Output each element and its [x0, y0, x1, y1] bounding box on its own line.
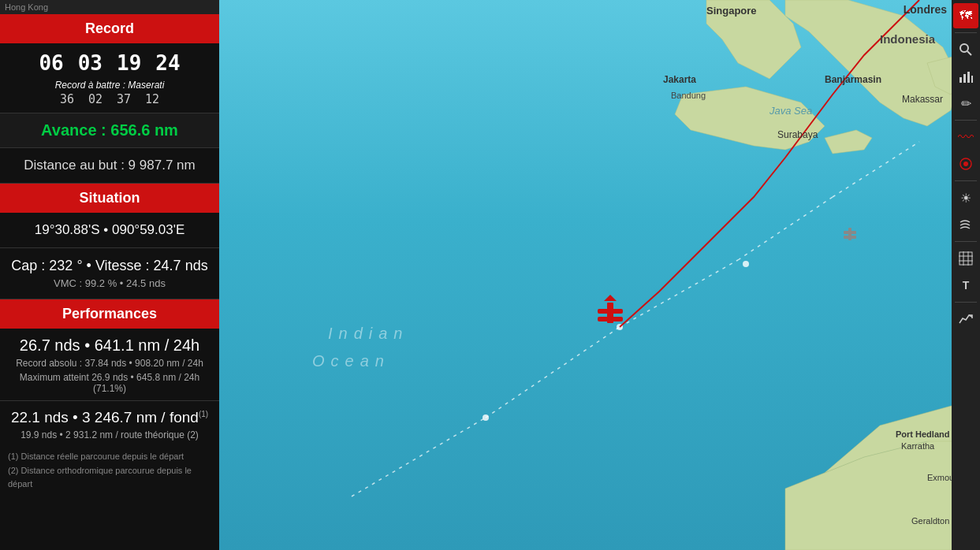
- stats-button[interactable]: [953, 307, 978, 332]
- toolbar-separator-1: [955, 32, 977, 33]
- perf-max-row: Maximum atteint 26.9 nds • 645.8 nm / 24…: [0, 370, 219, 401]
- bandung-label: Bandung: [671, 91, 706, 100]
- indonesia-label: Indonesia: [880, 32, 936, 46]
- svg-rect-18: [967, 72, 970, 83]
- time-minutes: 03: [78, 51, 102, 75]
- time-seconds: 19: [117, 51, 141, 75]
- current-time-row: 06 03 19 24: [0, 43, 219, 76]
- perf-max: Maximum atteint 26.9 nds • 645.8 nm / 24…: [20, 372, 199, 394]
- banjarmasin-label: Banjarmasin: [825, 74, 881, 85]
- map-area[interactable]: Singapore Jakarta Bandung Banjarmasin Su…: [219, 0, 980, 550]
- surabaya-label: Surabaya: [777, 129, 818, 140]
- indian-ocean-label-1: Indian: [328, 325, 409, 342]
- top-right-city: Londres: [904, 3, 947, 16]
- record-to-beat-label: Record à battre : Maserati: [0, 76, 219, 91]
- map-svg: Singapore Jakarta Bandung Banjarmasin Su…: [219, 0, 980, 550]
- record-title-bar: Record: [0, 14, 219, 43]
- perf-main-row: 26.7 nds • 641.1 nm / 24h: [0, 329, 219, 356]
- waypoint-line-segment3: [620, 260, 738, 327]
- record-hours: 36: [60, 92, 74, 106]
- svg-marker-4: [825, 130, 872, 154]
- jakarta-label: Jakarta: [663, 74, 696, 85]
- footnotes: (1) Distance réelle parcourue depuis le …: [0, 442, 219, 492]
- karratha-label: Karratha: [901, 441, 935, 451]
- java-sea-label: Java Sea: [769, 105, 812, 117]
- city-label: Hong Kong: [5, 2, 48, 12]
- toolbar-separator-2: [955, 120, 977, 121]
- waypoint-line-segment1: [352, 418, 486, 496]
- route-button[interactable]: 〰: [953, 124, 978, 150]
- indian-ocean-label-2: Ocean: [312, 352, 390, 370]
- situation-title: Situation: [80, 190, 140, 206]
- performances-title-bar: Performances: [0, 299, 219, 329]
- boat-icon: [598, 295, 623, 323]
- svg-rect-19: [971, 76, 973, 83]
- cap-vitesse: Cap : 232 ° • Vitesse : 24.7 nds: [11, 258, 207, 273]
- record-minutes: 02: [88, 92, 102, 106]
- fond-sub: 19.9 nds • 2 931.2 nm / route théorique …: [20, 429, 199, 440]
- avance-row: Avance : 656.6 nm: [0, 113, 219, 148]
- svg-rect-9: [607, 303, 613, 323]
- waypoint-line-segment4: [738, 197, 833, 260]
- left-panel: Record 06 03 19 24 Record à battre : Mas…: [0, 14, 219, 550]
- distance-label: Distance au but : 9 987.7 nm: [24, 158, 195, 173]
- fond-sub-row: 19.9 nds • 2 931.2 nm / route théorique …: [0, 428, 219, 442]
- waypoint-1: [483, 414, 489, 421]
- situation-title-bar: Situation: [0, 184, 219, 213]
- svg-rect-13: [848, 228, 851, 240]
- vmc-label: VMC : 99.2 % • 24.5 nds: [54, 277, 166, 289]
- weather-button[interactable]: ☀: [953, 185, 978, 210]
- fond-main-row: 22.1 nds • 3 246.7 nm / fond(1): [0, 401, 219, 428]
- footnote-1: (1) Distance réelle parcourue depuis le …: [8, 450, 211, 464]
- geraldton-label: Geraldton: [911, 516, 949, 526]
- grid-button[interactable]: [953, 246, 978, 271]
- svg-point-14: [960, 44, 968, 52]
- right-toolbar: 🗺 ✏ 〰 ☀ T: [952, 0, 980, 550]
- text-button[interactable]: T: [953, 273, 978, 298]
- svg-rect-17: [963, 74, 966, 83]
- cap-vitesse-row: Cap : 232 ° • Vitesse : 24.7 nds: [0, 248, 219, 277]
- chart-button[interactable]: [953, 64, 978, 89]
- singapore-label: Singapore: [706, 5, 757, 17]
- pen-button[interactable]: ✏: [953, 91, 978, 116]
- marker-icon: [844, 228, 856, 240]
- vmc-row: VMC : 99.2 % • 24.5 nds: [0, 277, 219, 299]
- indonesia-land: [675, 0, 966, 550]
- time-hours: 06: [39, 51, 63, 75]
- wind-button[interactable]: [953, 212, 978, 237]
- toolbar-separator-4: [955, 241, 977, 242]
- record-hundredths: 12: [145, 92, 159, 106]
- distance-row: Distance au but : 9 987.7 nm: [0, 148, 219, 184]
- time-hundredths: 24: [155, 51, 180, 75]
- track-button[interactable]: [953, 151, 978, 177]
- fond-main: 22.1 nds • 3 246.7 nm / fond: [11, 409, 199, 426]
- toolbar-separator-5: [955, 302, 977, 303]
- top-bar: Hong Kong: [0, 0, 219, 14]
- waypoint-line-segment2: [486, 327, 620, 418]
- port-hedland-label: Port Hedland: [896, 429, 949, 439]
- svg-point-20: [963, 162, 968, 166]
- record-times-row: 36 02 37 12: [0, 91, 219, 113]
- footnote-2: (2) Distance orthodromique parcourue dep…: [8, 464, 211, 492]
- zoom-button[interactable]: [953, 37, 978, 62]
- perf-main: 26.7 nds • 641.1 nm / 24h: [20, 336, 199, 354]
- map-button[interactable]: 🗺: [953, 3, 978, 28]
- makassar-label: Makassar: [902, 94, 943, 105]
- coords-row: 19°30.88'S • 090°59.03'E: [0, 213, 219, 248]
- perf-record-row: Record absolu : 37.84 nds • 908.20 nm / …: [0, 356, 219, 370]
- svg-line-15: [967, 51, 971, 55]
- toolbar-separator-3: [955, 180, 977, 181]
- waypoint-3: [743, 261, 749, 267]
- svg-marker-10: [604, 295, 617, 301]
- svg-rect-16: [960, 77, 962, 83]
- record-title: Record: [85, 20, 134, 36]
- svg-rect-26: [960, 252, 972, 265]
- performances-title: Performances: [62, 306, 157, 321]
- record-seconds: 37: [117, 92, 131, 106]
- coordinates: 19°30.88'S • 090°59.03'E: [35, 222, 185, 237]
- perf-record: Record absolu : 37.84 nds • 908.20 nm / …: [16, 358, 203, 369]
